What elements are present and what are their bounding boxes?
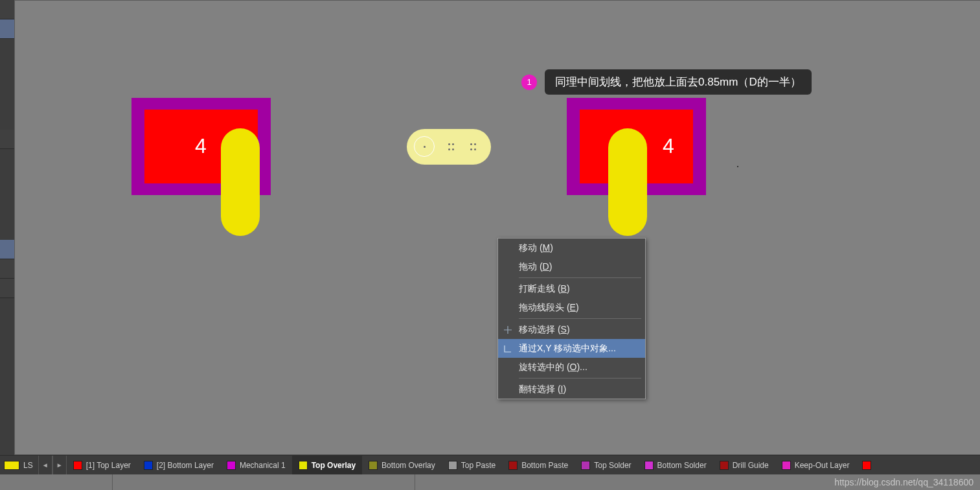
layer-color-chip [644, 461, 654, 470]
layer-tab[interactable] [856, 456, 882, 474]
layer-tab-label: Top Paste [461, 461, 496, 470]
menu-item-break-track[interactable]: 打断走线 (B) [498, 279, 645, 298]
layer-color-chip [227, 461, 236, 470]
layer-color-chip [448, 461, 457, 470]
menu-item-flip[interactable]: 翻转选择 (I) [498, 380, 645, 399]
menu-item-move-by-xy[interactable]: 通过X,Y 移动选中对象... [498, 339, 645, 358]
track-segment[interactable] [608, 128, 647, 236]
layer-tab-label: Bottom Overlay [382, 461, 435, 470]
layer-tab[interactable]: Bottom Solder [638, 456, 713, 474]
pad-number: 4 [195, 134, 207, 158]
panel-stub[interactable] [0, 0, 14, 19]
layer-tab[interactable]: [1] Top Layer [67, 456, 137, 474]
layer-tabs-bar: LS ◄ ► [1] Top Layer[2] Bottom LayerMech… [0, 455, 980, 474]
ls-button[interactable]: LS [0, 456, 38, 474]
annotation-text: 同理中间划线，把他放上面去0.85mm（D的一半） [545, 69, 812, 95]
layer-color-chip [144, 461, 153, 470]
annotation-badge: 1 [521, 75, 537, 90]
status-bar [0, 474, 980, 490]
layer-tab-label: Bottom Solder [657, 461, 707, 470]
layer-tab-label: Top Solder [594, 461, 631, 470]
layer-tab[interactable]: [2] Bottom Layer [137, 456, 220, 474]
panel-stub[interactable] [0, 279, 14, 298]
layer-color-chip [720, 461, 729, 470]
left-panel-collapsed [0, 0, 14, 455]
scroll-right-button[interactable]: ► [52, 456, 67, 474]
menu-separator [519, 277, 641, 278]
layer-tab[interactable]: Bottom Overlay [362, 456, 442, 474]
plus-icon [503, 325, 512, 334]
menu-item-rotate[interactable]: 旋转选中的 (O)... [498, 358, 645, 377]
layer-color-chip [862, 461, 871, 470]
layer-color-chip [73, 461, 82, 470]
pcb-canvas[interactable]: 1 同理中间划线，把他放上面去0.85mm（D的一半） 4 4 移动 (M) [14, 0, 980, 455]
layer-tab-label: Top Overlay [312, 461, 356, 470]
watermark: https://blog.csdn.net/qq_34118600 [834, 477, 974, 487]
layer-tab[interactable]: Drill Guide [713, 456, 775, 474]
layer-tab[interactable]: Bottom Paste [502, 456, 575, 474]
pad-number: 4 [663, 134, 674, 158]
layer-tab[interactable]: Top Overlay [292, 456, 362, 474]
layer-tab[interactable]: Mechanical 1 [220, 456, 292, 474]
menu-item-drag-end[interactable]: 拖动线段头 (E) [498, 298, 645, 317]
menu-item-drag[interactable]: 拖动 (D) [498, 257, 645, 276]
layer-color-chip [299, 461, 308, 470]
layer-tab-label: Keep-Out Layer [795, 461, 850, 470]
origin-marker [737, 166, 738, 167]
track-segment[interactable] [221, 128, 260, 236]
layer-tab-label: Drill Guide [733, 461, 769, 470]
layer-tab[interactable]: Keep-Out Layer [775, 456, 856, 474]
layer-tab-label: [1] Top Layer [86, 461, 131, 470]
scroll-left-button[interactable]: ◄ [38, 456, 52, 474]
layer-color-chip [369, 461, 378, 470]
angle-icon [503, 344, 512, 353]
menu-separator [519, 378, 641, 379]
panel-stub[interactable] [0, 240, 14, 259]
panel-stub[interactable] [0, 19, 14, 39]
menu-separator [519, 318, 641, 319]
menu-item-move[interactable]: 移动 (M) [498, 239, 645, 257]
layer-color-chip [782, 461, 791, 470]
center-primitive[interactable] [407, 129, 491, 165]
panel-stub[interactable] [0, 259, 14, 279]
layer-tab-label: Mechanical 1 [240, 461, 286, 470]
menu-item-move-selection[interactable]: 移动选择 (S) [498, 320, 645, 339]
annotation: 1 同理中间划线，把他放上面去0.85mm（D的一半） [521, 69, 812, 95]
layer-color-chip [581, 461, 590, 470]
panel-stub[interactable] [0, 130, 14, 149]
layer-color-chip [508, 461, 518, 470]
layer-tab-label: [2] Bottom Layer [157, 461, 214, 470]
layer-tab-label: Bottom Paste [521, 461, 568, 470]
layer-tab[interactable]: Top Solder [575, 456, 637, 474]
context-menu: 移动 (M) 拖动 (D) 打断走线 (B) 拖动线段头 (E) 移动选择 (S… [497, 238, 646, 399]
layer-tab[interactable]: Top Paste [442, 456, 502, 474]
